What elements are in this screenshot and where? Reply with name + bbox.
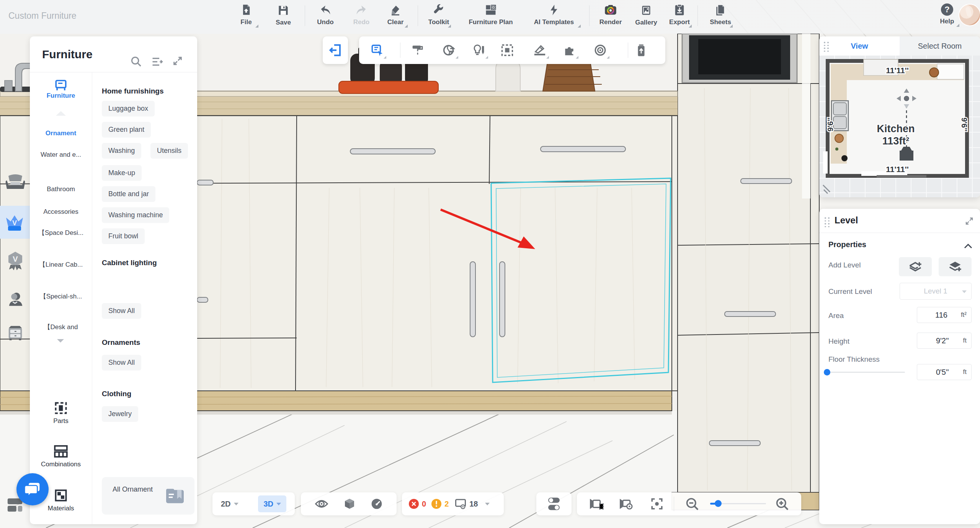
all-ornament-card[interactable]: All Ornament: [102, 477, 194, 515]
clear-button[interactable]: Clear: [372, 3, 418, 26]
select-model-button[interactable]: [369, 42, 385, 59]
camera-settings-button[interactable]: [618, 497, 634, 510]
panel-drag-handle[interactable]: [825, 217, 830, 227]
rail-item-space-design[interactable]: 【Space Desi...: [30, 229, 92, 237]
ai-templates-button[interactable]: AI Templates: [523, 3, 585, 26]
zoom-slider-handle[interactable]: [715, 500, 722, 507]
dimension-mode-group: 2D 3D: [212, 492, 295, 515]
region-select-button[interactable]: [499, 42, 516, 59]
panel-drag-handle[interactable]: [824, 42, 829, 52]
divider: [92, 72, 92, 524]
dropdown-caret: [730, 25, 733, 28]
collapse-chevron-icon[interactable]: [964, 243, 972, 249]
save-button[interactable]: Save: [260, 3, 306, 26]
category-chip[interactable]: Luggage box: [102, 101, 155, 116]
rail-item-water[interactable]: Water and e...: [30, 151, 92, 159]
category-chip[interactable]: Washing: [102, 143, 141, 159]
camera-view-button[interactable]: [588, 497, 604, 510]
badge-icon[interactable]: V: [6, 251, 24, 271]
floor-thickness-slider[interactable]: [828, 372, 905, 373]
all-ornament-label: All Ornament: [113, 484, 155, 495]
lighting-button[interactable]: [470, 42, 487, 59]
error-count: 0: [422, 500, 426, 508]
dim-top: 11'11'': [886, 66, 908, 75]
tab-select-room[interactable]: Select Room: [900, 36, 980, 56]
floor-thickness-input[interactable]: 0'5'' ft: [917, 364, 972, 380]
paint-roller-button[interactable]: [409, 42, 426, 59]
tab-view[interactable]: View: [819, 36, 900, 56]
rail-item-accessories[interactable]: Accessories: [30, 208, 92, 216]
level-panel-title: Level: [835, 215, 858, 226]
materials-icon: [54, 489, 68, 502]
rail-item-linear-cabinet[interactable]: 【Linear Cab...: [30, 261, 92, 269]
rail-scroll-down-chevron[interactable]: [57, 339, 64, 343]
issues-group[interactable]: 0 2 18: [402, 492, 504, 515]
focus-center-button[interactable]: [650, 497, 663, 510]
replace-model-button[interactable]: [441, 42, 457, 59]
rail-tab-furniture[interactable]: Furniture: [30, 79, 92, 100]
category-chip[interactable]: Green plant: [102, 122, 151, 138]
rail-item-special-shaped[interactable]: 【Special-sh...: [30, 292, 92, 301]
expand-panel-icon[interactable]: [965, 216, 974, 226]
category-chip[interactable]: Jewelry: [102, 406, 138, 422]
furniture-plan-button[interactable]: Furniture Plan: [460, 3, 521, 26]
visibility-eye-button[interactable]: [315, 498, 328, 510]
column-up-button[interactable]: [633, 42, 650, 59]
material-brush-button[interactable]: [531, 42, 548, 59]
category-chip[interactable]: Show All: [102, 355, 141, 371]
exit-custom-mode-button[interactable]: [323, 36, 348, 64]
sofa-icon[interactable]: [5, 172, 25, 192]
dropdown-caret: [405, 25, 408, 28]
mode-2d-button[interactable]: 2D: [221, 500, 238, 508]
floor-thickness-slider-handle[interactable]: [824, 369, 830, 376]
sheets-button[interactable]: Sheets: [697, 3, 743, 26]
target-button[interactable]: [592, 42, 609, 59]
parts-tool[interactable]: Parts: [30, 401, 92, 425]
user-avatar[interactable]: [959, 4, 980, 26]
dropdown-caret: [546, 56, 549, 59]
toolkit-button[interactable]: Toolkit: [416, 3, 462, 26]
vip-dock-highlight[interactable]: V: [0, 206, 30, 239]
dropdown-caret: [607, 56, 609, 59]
plugin-button[interactable]: [561, 42, 578, 59]
level-panel: Level Properties Add Level Current Level…: [819, 209, 980, 524]
current-level-select[interactable]: Level 1: [900, 283, 972, 300]
zoom-in-button[interactable]: [775, 497, 789, 511]
chat-support-button[interactable]: [16, 473, 49, 505]
area-input[interactable]: 116 ft²: [917, 307, 972, 323]
toolbar-separator: [628, 43, 628, 58]
rail-item-bathroom[interactable]: Bathroom: [30, 185, 92, 193]
mode-3d-button[interactable]: 3D: [258, 495, 286, 512]
user-icon[interactable]: [7, 290, 24, 308]
toggles-group: [536, 492, 572, 515]
add-level-below-button[interactable]: [939, 257, 972, 276]
toggles-icon[interactable]: [547, 497, 561, 511]
category-list: Home furnishings Luggage box Green plant…: [100, 36, 197, 524]
category-chip[interactable]: Fruit bowl: [102, 228, 145, 244]
add-level-above-button[interactable]: [899, 257, 932, 276]
floorplan-minimap[interactable]: 11'11'' 11'11'' 9'6'' 9'6'' Kitchen 113f…: [819, 56, 980, 197]
performance-gauge-button[interactable]: [371, 498, 383, 510]
category-chip[interactable]: Washing machine: [102, 207, 169, 223]
export-button[interactable]: Export: [657, 3, 702, 26]
height-input[interactable]: 9'2'' ft: [917, 333, 972, 349]
combinations-tool[interactable]: Combinations: [30, 444, 92, 468]
export-icon: [657, 4, 702, 17]
category-chip[interactable]: Bottle and jar: [102, 186, 155, 202]
zoom-out-button[interactable]: [685, 497, 699, 511]
rail-item-ornament[interactable]: Ornament: [30, 129, 92, 138]
rail-item-desk[interactable]: 【Desk and: [30, 323, 92, 331]
category-chip[interactable]: Make-up: [102, 165, 142, 181]
dropdown-caret: [255, 25, 258, 28]
select-caret-icon: [962, 290, 967, 293]
category-chip[interactable]: Show All: [102, 303, 141, 319]
category-chip[interactable]: Utensils: [150, 143, 188, 159]
sheets-icon: [697, 4, 743, 17]
cabinet-icon[interactable]: [6, 324, 24, 341]
tall-cabinet-unit[interactable]: [678, 34, 819, 492]
combinations-icon: [54, 444, 68, 458]
camera-zoom-group: [577, 492, 801, 515]
dropdown-caret: [578, 25, 581, 28]
model-cube-button[interactable]: [343, 498, 356, 510]
floor-thickness-label: Floor Thickness: [828, 355, 880, 364]
